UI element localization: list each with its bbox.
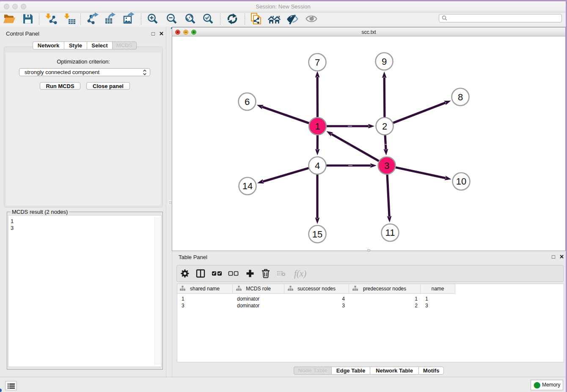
svg-text:f(x): f(x) — [294, 268, 306, 279]
svg-text:3: 3 — [384, 160, 389, 171]
svg-text:6: 6 — [245, 97, 250, 107]
svg-text:1: 1 — [315, 121, 320, 132]
svg-text:7: 7 — [315, 57, 320, 68]
svg-text:8: 8 — [458, 92, 463, 102]
svg-text:15: 15 — [312, 229, 322, 240]
svg-text:9: 9 — [382, 56, 387, 67]
svg-text:2: 2 — [382, 121, 387, 132]
svg-text:11: 11 — [385, 227, 395, 238]
svg-text:10: 10 — [456, 176, 466, 187]
svg-text:4: 4 — [315, 160, 320, 171]
svg-text:14: 14 — [242, 181, 253, 191]
